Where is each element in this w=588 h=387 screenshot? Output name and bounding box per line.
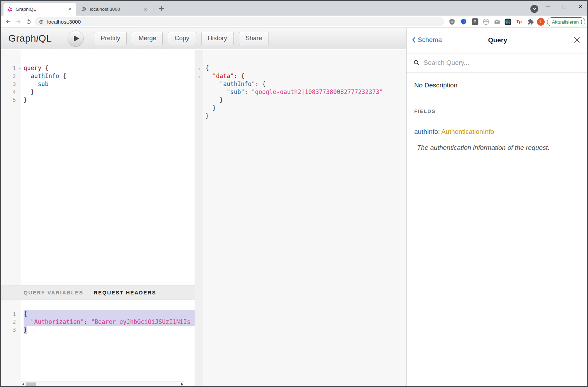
- code-line[interactable]: 1▾query {: [1, 64, 195, 72]
- browser-navbar: localhost:3000 UO P Tp L Aktualisieren: [1, 16, 587, 28]
- tab-title: GraphiQL: [16, 7, 67, 12]
- gutter-cell: 4: [1, 88, 21, 96]
- gutter-cell: 3: [1, 326, 21, 334]
- gutter-cell: 2: [1, 318, 21, 326]
- move-tool-extension-icon[interactable]: [482, 18, 490, 25]
- update-chevron-icon[interactable]: [530, 5, 538, 13]
- line-number: 3: [12, 81, 21, 87]
- gutter-cell: 2: [1, 72, 21, 80]
- search-placeholder: Search Query...: [424, 59, 469, 67]
- code-line[interactable]: ▾ "data": {: [195, 72, 406, 80]
- tab-close-icon[interactable]: [67, 6, 73, 12]
- browser-window: GraphiQL localhost:3000: [0, 0, 588, 387]
- gutter-cell: 5: [1, 96, 21, 104]
- history-button[interactable]: History: [201, 32, 234, 45]
- doc-explorer-header: Schema Query: [407, 28, 588, 53]
- tp-extension-icon[interactable]: Tp: [515, 18, 523, 25]
- line-number: 2: [12, 73, 21, 79]
- scroll-right-icon[interactable]: [181, 383, 183, 386]
- address-bar[interactable]: localhost:3000: [35, 17, 444, 26]
- copy-button[interactable]: Copy: [168, 32, 196, 45]
- share-button[interactable]: Share: [239, 32, 269, 45]
- doc-close-icon[interactable]: [573, 36, 580, 43]
- code-line[interactable]: "sub": "google-oauth2|108377380082777232…: [195, 88, 406, 96]
- update-browser-button[interactable]: Aktualisieren: [547, 17, 585, 26]
- gutter-cell: [195, 96, 203, 104]
- doc-search-field[interactable]: Search Query...: [407, 53, 588, 72]
- globe-icon: [39, 19, 44, 24]
- fold-arrow-icon[interactable]: ▾: [198, 67, 200, 71]
- profile-avatar[interactable]: L: [537, 18, 545, 26]
- gutter-cell: [195, 88, 203, 96]
- horizontal-scrollbar[interactable]: [21, 381, 184, 387]
- forward-icon[interactable]: [15, 18, 22, 25]
- execute-query-button[interactable]: [68, 31, 84, 46]
- tab-close-icon[interactable]: [143, 6, 148, 12]
- globe-icon: [81, 7, 87, 12]
- code-line[interactable]: 2 authInfo {: [1, 72, 195, 80]
- gutter-cell: 3: [1, 80, 21, 88]
- code-line[interactable]: 2 "Authorization": "Bearer eyJhbGciOiJSU…: [1, 318, 195, 326]
- code-line[interactable]: 5}: [1, 96, 195, 104]
- secondary-editor-tabbar: QUERY VARIABLES REQUEST HEADERS: [1, 285, 195, 300]
- window-maximize-button[interactable]: [559, 3, 570, 10]
- tab-query-variables[interactable]: QUERY VARIABLES: [24, 290, 83, 295]
- section-divider: [414, 120, 583, 120]
- result-viewer[interactable]: ▾{▾ "data": { "authInfo": { "sub": "goog…: [195, 50, 406, 387]
- gutter-cell: [195, 104, 203, 112]
- line-number: 5: [12, 97, 21, 103]
- play-icon: [74, 35, 79, 42]
- code-line[interactable]: 3 sub: [1, 80, 195, 88]
- prettify-button[interactable]: Prettify: [94, 32, 127, 45]
- doc-explorer-panel: Schema Query Search Query... No Descript…: [406, 28, 588, 387]
- gutter-cell: ▾: [195, 72, 203, 80]
- tab-divider: [154, 6, 154, 12]
- browser-tab-graphiql[interactable]: GraphiQL: [3, 3, 76, 16]
- extensions-puzzle-icon[interactable]: [527, 18, 534, 25]
- graphiql-toolbar: GraphiQL Prettify Merge Copy History Sha…: [1, 28, 406, 49]
- scroll-left-icon[interactable]: [22, 383, 24, 386]
- gutter-cell: [195, 80, 203, 88]
- request-headers-editor[interactable]: 1{2 "Authorization": "Bearer eyJhbGciOiJ…: [1, 300, 195, 387]
- code-line[interactable]: "authInfo": {: [195, 80, 406, 88]
- bitwarden-extension-icon[interactable]: [460, 18, 467, 25]
- field-type-link[interactable]: AuthenticationInfo: [441, 128, 494, 135]
- line-number: 3: [12, 327, 21, 333]
- window-minimize-button[interactable]: [543, 3, 553, 10]
- ublock-extension-icon[interactable]: UO: [448, 18, 456, 25]
- fields-section-label: FIELDS: [414, 109, 583, 114]
- scrollbar-thumb[interactable]: [26, 382, 36, 386]
- code-line[interactable]: }: [195, 112, 406, 120]
- update-browser-label: Aktualisieren: [552, 19, 579, 25]
- camera-extension-icon[interactable]: [493, 18, 501, 25]
- code-line[interactable]: 1{: [1, 310, 195, 318]
- query-editor[interactable]: 1▾query {2 authInfo {3 sub4 }5}: [1, 50, 195, 285]
- fold-arrow-icon[interactable]: ▾: [19, 64, 21, 72]
- gutter-cell: ▾: [195, 64, 203, 72]
- code-line[interactable]: }: [195, 96, 406, 104]
- doc-title: Query: [407, 36, 588, 44]
- svg-text:UO: UO: [451, 21, 454, 23]
- merge-button[interactable]: Merge: [132, 32, 163, 45]
- line-number: 4: [12, 89, 21, 95]
- tab-request-headers[interactable]: REQUEST HEADERS: [94, 290, 156, 295]
- tab-strip: GraphiQL localhost:3000: [1, 1, 587, 16]
- url-text: localhost:3000: [47, 19, 81, 25]
- field-name-link[interactable]: authInfo: [414, 128, 438, 135]
- code-line[interactable]: }: [195, 104, 406, 112]
- menu-dots-icon[interactable]: [581, 20, 582, 24]
- p-extension-icon[interactable]: P: [471, 18, 479, 25]
- reload-icon[interactable]: [25, 18, 32, 25]
- code-line[interactable]: 3}: [1, 326, 195, 334]
- code-line[interactable]: ▾{: [195, 64, 406, 72]
- gutter-cell: 1: [1, 310, 21, 318]
- search-icon: [414, 60, 420, 66]
- back-icon[interactable]: [5, 18, 11, 25]
- code-line[interactable]: 4 }: [1, 88, 195, 96]
- new-tab-button[interactable]: [158, 5, 165, 12]
- tab-title: localhost:3000: [90, 7, 143, 12]
- fold-arrow-icon[interactable]: ▾: [198, 75, 200, 79]
- window-close-button[interactable]: [575, 3, 586, 10]
- browser-tab-localhost[interactable]: localhost:3000: [78, 3, 152, 16]
- react-devtools-extension-icon[interactable]: [504, 18, 512, 25]
